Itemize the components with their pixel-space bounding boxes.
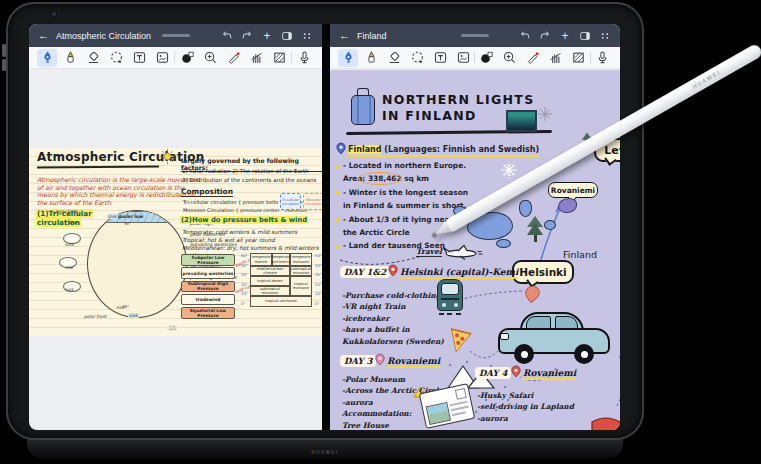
composition-heading: Composition [181,187,233,197]
microphone-tool[interactable] [294,49,314,67]
lake-doodle [519,200,532,217]
label-rise-top: rise [69,220,77,225]
pressure-belt-stack: Subpolar Low Pressureprevailing westerli… [181,254,235,319]
marker-tool[interactable] [361,49,381,67]
add-page-icon[interactable]: + [261,30,273,42]
train-doodle-icon [437,279,463,315]
palm-rejection-tool[interactable] [246,49,266,67]
lake-doodle [496,239,511,248]
magnifier-tool[interactable] [200,49,220,67]
stylus-brand-label: HUAWEI [691,69,721,90]
split-view-icon[interactable] [579,30,591,42]
magnifier-tool[interactable] [500,49,520,67]
right-note-title: Finland [357,31,387,41]
day3-route: Rovaniemi [387,356,440,368]
label-lat-90-bottom: 90° [122,304,129,309]
pressure-chip: Subtropical High Pressure [181,281,235,293]
intro-paragraph: Atmospheric circulation is the large-sca… [37,176,200,206]
left-note-title: Atmospheric Circulation [56,31,151,41]
snowflake-icon [500,161,518,179]
factors-line2: 3) Distribution of the continents and th… [182,176,316,184]
stylus-nib [431,231,438,238]
undo-icon[interactable] [221,30,233,42]
left-toolbar [29,47,322,69]
split-view-icon[interactable] [281,30,293,42]
pattern-fill-tool[interactable] [569,49,589,67]
pink-pin-icon [511,365,521,378]
title-underline [37,165,159,168]
label-polar-front-top: polar front [55,209,78,214]
aurora-picture-frame [506,110,537,132]
undo-icon[interactable] [519,30,531,42]
day12-route: Helsinki (capital)-Kemi [400,267,518,279]
country-label: Finland [563,249,597,260]
label-polar-front-bottom: polar front [84,314,107,319]
marker-tool[interactable] [60,49,80,67]
more-apps-icon[interactable] [301,30,313,42]
back-icon[interactable]: ← [339,30,350,41]
back-icon[interactable]: ← [38,30,49,41]
day12-chip: DAY 1&2 [340,266,390,278]
note-page[interactable]: Atmospheric Circulation Atmospheric circ… [29,148,322,336]
redo-icon[interactable] [241,30,253,42]
finland-note-page[interactable]: NORTHERN LIGHTS IN FINLAND Finland (Lang… [330,70,620,430]
insert-image-tool[interactable] [152,49,172,67]
lasso-tool[interactable] [106,49,126,67]
section2-highlight: (2)How do pressure belts & wind [180,216,308,224]
eraser-tool[interactable] [384,49,404,67]
more-apps-icon[interactable] [599,30,611,42]
text-box-tool[interactable] [129,49,149,67]
left-canvas[interactable]: Atmospheric Circulation Atmospheric circ… [29,70,322,430]
left-diagram-labels: sinkrisesink [65,242,74,292]
highlight-pen-tool[interactable] [523,49,543,67]
pine-tree-doodle [527,216,543,242]
front-camera [52,12,56,16]
right-note-window: ← Finland + [330,24,620,430]
insert-image-tool[interactable] [453,49,473,67]
climate-summary-lines: Temperate: cold winters & mild summersTr… [182,228,319,253]
scene: HUAWEI ← Atmospheric Circulation + [0,0,761,464]
label-sink-top: sink [107,214,118,219]
left-note-window: ← Atmospheric Circulation + [29,24,322,430]
factors-line1: 1) Solar radiation 2) The rotation of th… [182,167,309,175]
drag-handle[interactable] [461,34,489,37]
stroke-color-tool[interactable] [177,49,197,67]
microphone-tool[interactable] [592,49,612,67]
day4-route: Rovaniemi [523,368,576,380]
sun-doodle-icon [159,148,176,165]
pressure-chip: tradewind [181,294,235,306]
pressure-chip: prevailing westerlies [181,267,235,279]
pressure-chip: Subpolar Low Pressure [181,254,235,266]
palm-rejection-tool[interactable] [546,49,566,67]
snowflake-icon [537,106,553,122]
stand-logo: HUAWEI [312,450,339,455]
intro-heading: Finland (Languages: Finnish and Swedish) [348,145,539,157]
redo-icon[interactable] [539,30,551,42]
monsoon-chip: Monsoon circulation [303,193,322,210]
finland-facts-list: - Located in northern Europe.Area: 338,4… [336,161,468,255]
label-sink-bottom: sink [128,313,139,318]
eraser-tool[interactable] [83,49,103,67]
split-divider[interactable] [322,24,330,430]
tablet-frame: ← Atmospheric Circulation + [6,2,644,440]
red-pin-icon [388,264,398,277]
pattern-fill-tool[interactable] [269,49,289,67]
stroke-color-tool[interactable] [477,49,497,67]
travel-caption: Travel [416,247,442,257]
drag-handle[interactable] [162,34,190,37]
climate-table: temperate marine temperate continental t… [250,253,312,307]
text-box-tool[interactable] [430,49,450,67]
lasso-tool[interactable] [407,49,427,67]
airplane-doodle-icon [440,244,484,260]
highlight-pen-tool[interactable] [223,49,243,67]
latitude-column-mid: 60°40°35°30°10°0° [241,251,248,309]
tricellular-chip: Tri-cellular circulation [280,193,301,210]
area-circle-annotation [358,172,402,185]
helsinki-bubble: Helsinki [512,260,574,284]
fountain-pen-tool[interactable] [37,49,57,67]
fountain-pen-tool[interactable] [338,49,358,67]
left-window-header: ← Atmospheric Circulation + [29,24,322,47]
pressure-chip: Equatorial Low Pressure [181,307,235,319]
day4-items: -Husky Safari-self-driving in Lapland-au… [477,391,574,425]
add-page-icon[interactable]: + [559,30,571,42]
